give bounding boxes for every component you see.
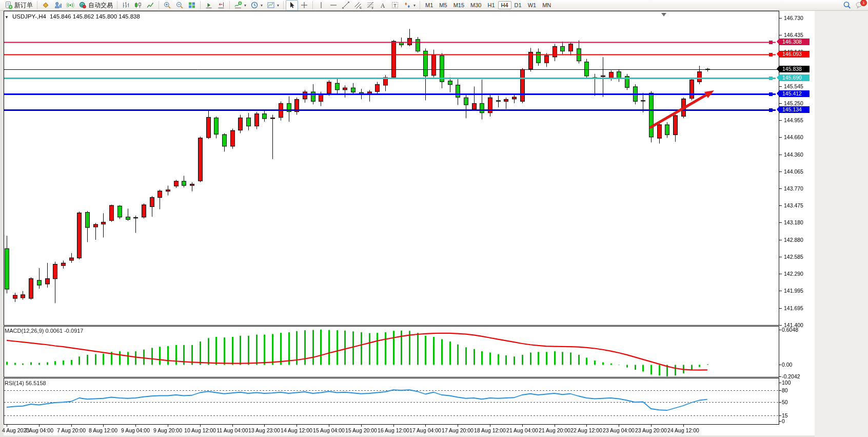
label-button[interactable]: T: [389, 0, 401, 11]
timeframe-button-d1[interactable]: D1: [511, 1, 525, 9]
search-button[interactable]: [841, 0, 853, 11]
new-order-button[interactable]: 新订单: [3, 0, 35, 11]
chart-window: ▼ USDJPY-,H4 145.846 145.862 145.800 145…: [0, 11, 868, 437]
zoom-out-icon: [175, 1, 184, 9]
time-axis-label: 15 Aug 20:00: [345, 427, 377, 433]
indicators-dropdown-icon[interactable]: ▾: [244, 3, 246, 8]
auto-scroll-button[interactable]: [203, 0, 215, 11]
ohlc-readout: 145.846 145.862 145.800 145.838: [50, 13, 140, 20]
time-axis-label: 17 Aug 20:00: [442, 427, 474, 433]
toolbar-separator: [283, 1, 284, 9]
price-line-tag: 145.134: [779, 106, 810, 113]
time-axis-label: 11 Aug 04:00: [216, 427, 248, 433]
price-line-tag: 146.308: [779, 39, 810, 45]
toolbar-separator: [229, 1, 230, 9]
equidistant-channel-button[interactable]: E: [352, 0, 364, 11]
tile-windows-button[interactable]: [186, 0, 198, 11]
timeframe-button-h4[interactable]: H4: [498, 1, 511, 9]
templates-dropdown-icon[interactable]: ▾: [277, 3, 279, 8]
indicators-button[interactable]: ▾: [232, 0, 248, 11]
cursor-button[interactable]: [286, 0, 298, 11]
chart-title: ▼ USDJPY-,H4 145.846 145.862 145.800 145…: [5, 13, 140, 20]
new-chart-button[interactable]: [40, 0, 52, 11]
alerts-button[interactable]: [64, 0, 76, 11]
bar-chart-button[interactable]: [120, 0, 132, 11]
timeframe-button-m15[interactable]: M15: [450, 1, 467, 9]
time-axis-label: 24 Aug 12:00: [667, 427, 699, 433]
time-axis-label: 8 Aug 12:00: [89, 427, 117, 433]
broadcast-icon: [66, 1, 74, 9]
new-order-button-label: 新订单: [14, 1, 33, 10]
rsi-axis-label: 50: [782, 399, 788, 405]
svg-text:E: E: [360, 6, 362, 9]
svg-text:F: F: [372, 7, 374, 10]
timeframe-button-m30[interactable]: M30: [467, 1, 484, 9]
chart-shift-button[interactable]: [215, 0, 227, 11]
autotrade-icon: [78, 1, 87, 9]
timeframe-button-m5[interactable]: M5: [436, 1, 450, 9]
toolbar-separator: [159, 1, 159, 9]
price-axis-tick: 142.585: [784, 254, 803, 260]
price-axis-tick: 142.880: [784, 237, 803, 243]
svg-text:A: A: [381, 2, 385, 9]
trendline-icon: [342, 1, 350, 9]
toolbar-separator: [37, 1, 37, 9]
rsi-indicator-label: RSI(14) 56.5158: [5, 380, 46, 386]
price-axis-tick: 144.065: [784, 168, 803, 175]
toolbar-separator: [312, 1, 313, 9]
time-axis-label: 18 Aug 12:00: [474, 427, 506, 433]
notifications-button[interactable]: 1: [853, 0, 865, 11]
zoom-out-button[interactable]: [173, 0, 186, 11]
timeframe-button-m1[interactable]: M1: [422, 1, 436, 9]
timeframe-button-h1[interactable]: H1: [484, 1, 498, 9]
candlestick-chart-button[interactable]: [132, 0, 144, 11]
arrows-dropdown-icon[interactable]: ▾: [413, 3, 416, 8]
time-axis-label: 21 Aug 04:00: [506, 427, 538, 433]
price-line-tag: 145.690: [779, 74, 810, 81]
auto-trading-button-label: 自动交易: [88, 1, 113, 10]
crosshair-button[interactable]: [298, 0, 310, 11]
trendline-button[interactable]: [340, 0, 352, 11]
timeframe-button-mn[interactable]: MN: [539, 1, 554, 9]
chart-canvas[interactable]: [0, 11, 868, 437]
time-axis-label: 15 Aug 04:00: [313, 427, 345, 433]
zoom-in-button[interactable]: [161, 0, 173, 11]
horizontal-line-button[interactable]: [327, 0, 340, 11]
auto-trading-button[interactable]: 自动交易: [76, 0, 115, 11]
time-axis-label: 13 Aug 23:00: [248, 427, 280, 433]
vertical-line-button[interactable]: [315, 0, 327, 11]
timeframe-button-w1[interactable]: W1: [525, 1, 540, 9]
symbol-period-label: USDJPY-,H4: [12, 13, 46, 20]
current-price-tag: 145.838: [779, 66, 810, 72]
time-axis-label: 9 Aug 20:00: [153, 427, 182, 433]
toolbar-separator: [420, 1, 420, 9]
toolbar-separator: [200, 1, 201, 9]
time-axis-label: 10 Aug 12:00: [184, 427, 216, 433]
hline-icon: [329, 1, 338, 9]
macd-axis-label: -0.2042: [782, 373, 800, 379]
symbol-dropdown-icon[interactable]: ▼: [5, 15, 9, 20]
periods-button[interactable]: ▾: [248, 0, 265, 11]
bars-icon: [122, 1, 130, 9]
arrows-button[interactable]: ▾: [401, 0, 418, 11]
toolbar-separator: [117, 1, 117, 9]
tiles-icon: [188, 1, 196, 9]
fibonacci-button[interactable]: F: [364, 0, 377, 11]
price-axis-tick: 145.545: [784, 83, 803, 89]
line-chart-button[interactable]: [144, 0, 156, 11]
notification-badge: 1: [860, 0, 867, 6]
template-icon: [267, 1, 275, 9]
mt4-window: 新订单自动交易▾▾▾EFAT▾M1M5M15M30H1H4D1W1MN1 ▼ U…: [0, 0, 868, 437]
time-axis-label: 23 Aug 04:00: [603, 427, 635, 433]
time-axis-label: 22 Aug 12:00: [570, 427, 602, 433]
rsi-axis-label: 80: [782, 387, 788, 393]
periods-dropdown-icon[interactable]: ▾: [261, 3, 263, 8]
price-axis-tick: 141.995: [784, 288, 803, 294]
profiles-button[interactable]: [52, 0, 64, 11]
templates-button[interactable]: ▾: [265, 0, 281, 11]
zoom-in-icon: [163, 1, 171, 9]
price-axis-tick: 143.770: [784, 185, 803, 192]
text-button[interactable]: A: [377, 0, 389, 11]
price-axis-tick: 141.695: [784, 305, 803, 311]
rsi-axis-label: 100: [782, 379, 791, 386]
